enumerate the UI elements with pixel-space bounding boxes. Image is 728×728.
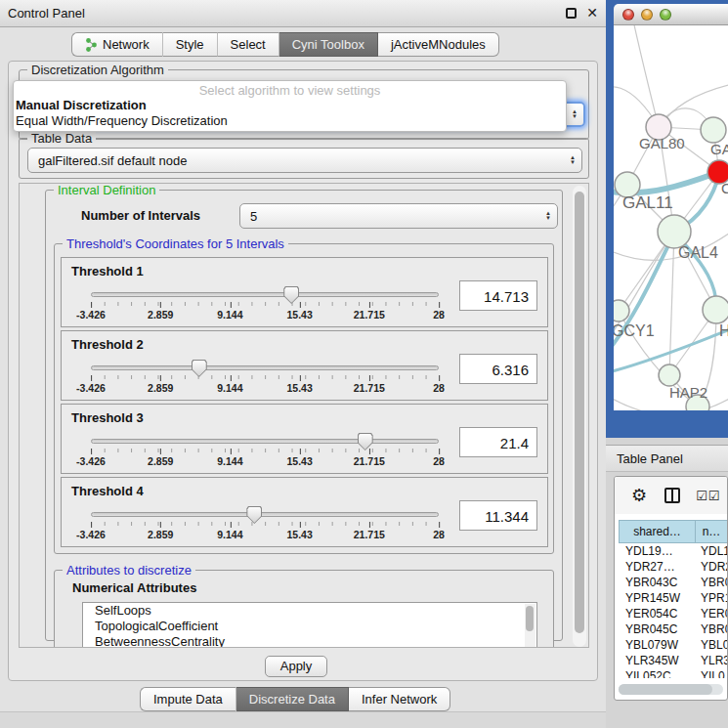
table-panel-titlebar: Table Panel (606, 445, 728, 472)
discretization-algorithm-title: Discretization Algorithm (27, 63, 168, 77)
list-item[interactable]: SelfLoops (83, 603, 536, 619)
tick-label: 28 (433, 455, 445, 467)
tick-label: 9.144 (217, 455, 242, 467)
number-of-intervals-combo[interactable]: 5 ▲▼ (239, 203, 558, 229)
node-table[interactable]: shared… n… YDL19…YDL1 YDR27…YDR2 YBR043C… (619, 520, 727, 678)
threshold-3-value-field[interactable]: 21.4 (459, 427, 537, 457)
network-node-gcy1[interactable] (614, 300, 629, 321)
node-label-gal4: GAL4 (678, 244, 718, 261)
stepper-icon: ▲▼ (572, 109, 578, 119)
network-view-window: GAL80 GA C GAL11 GAL4 GCY1 H HAP2 (606, 0, 728, 438)
threshold-1-slider[interactable] (91, 292, 439, 297)
node-label-cut: C (721, 180, 728, 196)
threshold-3-label: Threshold 3 (71, 410, 144, 425)
list-item[interactable]: TopologicalCoefficient (83, 619, 536, 634)
threshold-4-value-field[interactable]: 11.344 (459, 500, 537, 531)
tab-discretize-data[interactable]: Discretize Data (236, 687, 349, 711)
tab-select[interactable]: Select (218, 32, 279, 57)
status-strip (0, 711, 606, 728)
column-header-shared-name[interactable]: shared… (619, 520, 695, 543)
tick-label: 9.144 (217, 529, 242, 540)
select-columns-icons[interactable]: ☑☑ (696, 489, 720, 503)
table-row[interactable]: YER054CYER0 (619, 606, 727, 621)
split-column-icon[interactable] (664, 488, 680, 503)
attributes-group-title: Attributes to discretize (63, 563, 195, 578)
threshold-panel-2: Threshold 2 -3.4262.8599.14415.4321.7152… (61, 330, 548, 401)
list-item[interactable]: BetweennessCentrality (83, 634, 536, 648)
table-row[interactable]: YBR045CYBR0 (619, 621, 727, 637)
gear-icon[interactable]: ⚙ (631, 485, 647, 506)
table-row[interactable]: YPR145WYPR1 (619, 590, 727, 606)
table-scrollbar-thumb[interactable] (619, 684, 712, 695)
threshold-3-slider[interactable] (91, 439, 439, 444)
tab-jactivemnodules[interactable]: jActiveMNodules (378, 32, 499, 57)
tab-style[interactable]: Style (163, 32, 218, 57)
interval-definition-group: Interval Definition Number of Intervals … (45, 190, 563, 641)
table-row[interactable]: YBR043CYBR0 (619, 575, 727, 590)
numerical-attributes-label: Numerical Attributes (72, 580, 196, 595)
settings-scrollbar[interactable] (573, 186, 586, 647)
network-canvas[interactable]: GAL80 GA C GAL11 GAL4 GCY1 H HAP2 (614, 25, 728, 410)
threshold-4-label: Threshold 4 (71, 484, 144, 498)
threshold-1-value-field[interactable]: 14.713 (459, 280, 537, 311)
table-row[interactable]: YDL19…YDL1 (619, 543, 727, 559)
tick-label: 15.43 (286, 529, 312, 540)
list-scrollbar[interactable] (525, 604, 535, 648)
float-window-icon[interactable] (566, 8, 577, 19)
table-horizontal-scrollbar[interactable] (619, 684, 723, 695)
numerical-attributes-list[interactable]: SelfLoops TopologicalCoefficient Between… (82, 602, 537, 648)
tick-label: 2.859 (148, 529, 173, 540)
thresholds-group-title: Threshold's Coordinates for 5 Intervals (63, 236, 288, 251)
close-icon[interactable]: ✕ (586, 8, 598, 19)
network-node[interactable] (703, 296, 728, 323)
dropdown-option-equal-width[interactable]: Equal Width/Frequency Discretization (14, 113, 566, 129)
window-minimize-icon[interactable] (641, 9, 653, 21)
tab-network[interactable]: Network (71, 32, 163, 57)
stepper-icon: ▲▼ (570, 155, 576, 165)
threshold-2-value-field[interactable]: 6.316 (459, 354, 537, 384)
threshold-2-slider[interactable] (91, 365, 439, 370)
table-data-combo-value: galFiltered.sif default node (38, 153, 187, 168)
table-data-title: Table Data (27, 131, 96, 146)
network-window-titlebar[interactable] (614, 4, 728, 25)
network-node-hap2[interactable] (659, 364, 680, 386)
threshold-panel-1: Threshold 1 -3.4262.8599.14415.4321.7152… (61, 257, 548, 327)
tab-network-label: Network (103, 37, 150, 52)
threshold-2-label: Threshold 2 (71, 337, 144, 352)
dropdown-option-manual[interactable]: Manual Discretization (14, 98, 566, 113)
control-panel: Control Panel ✕ Network Style Select Cyn… (0, 0, 606, 728)
table-row[interactable]: YLR345WYLR3 (619, 653, 727, 668)
node-label-cut: H (719, 322, 728, 339)
column-header-name[interactable]: n… (695, 520, 727, 543)
tick-label: 28 (433, 309, 445, 321)
apply-button[interactable]: Apply (265, 656, 327, 677)
node-label-gal80: GAL80 (639, 135, 685, 151)
tab-cyni-toolbox[interactable]: Cyni Toolbox (279, 32, 378, 57)
window-close-icon[interactable] (622, 9, 634, 21)
table-data-combo[interactable]: galFiltered.sif default node ▲▼ (27, 148, 582, 173)
table-panel-title: Table Panel (617, 451, 683, 466)
table-row[interactable]: YBL079WYBL0 (619, 637, 727, 653)
tick-label: 2.859 (148, 455, 173, 467)
threshold-panel-3: Threshold 3 -3.4262.8599.14415.4321.7152… (61, 404, 548, 474)
table-row[interactable]: YDR27…YDR2 (619, 559, 727, 575)
top-tab-bar: Network Style Select Cyni Toolbox jActiv… (71, 32, 499, 57)
number-of-intervals-label: Number of Intervals (81, 208, 200, 223)
tab-infer-network[interactable]: Infer Network (349, 687, 450, 711)
network-graph: GAL80 GA C GAL11 GAL4 GCY1 H HAP2 (614, 25, 728, 410)
settings-scrollbar-thumb[interactable] (575, 192, 584, 633)
tick-label: 2.859 (148, 309, 173, 321)
table-data-group: Table Data galFiltered.sif default node … (19, 138, 589, 179)
cyni-toolbox-panel: Discretization Algorithm ▲▼ Select algor… (8, 61, 598, 681)
network-node-gal4[interactable] (658, 215, 691, 248)
slider-tick-labels: -3.4262.8599.14415.4321.71528 (91, 379, 439, 393)
network-node[interactable] (701, 117, 726, 143)
table-row[interactable]: YIL052CYIL0 (619, 668, 727, 678)
tick-label: 21.715 (354, 309, 385, 321)
tab-impute-data[interactable]: Impute Data (140, 687, 236, 711)
window-zoom-icon[interactable] (660, 9, 671, 21)
threshold-4-slider[interactable] (91, 512, 439, 517)
stepper-icon: ▲▼ (545, 211, 551, 221)
tick-label: 21.715 (354, 529, 385, 540)
tick-label: 21.715 (354, 382, 385, 394)
